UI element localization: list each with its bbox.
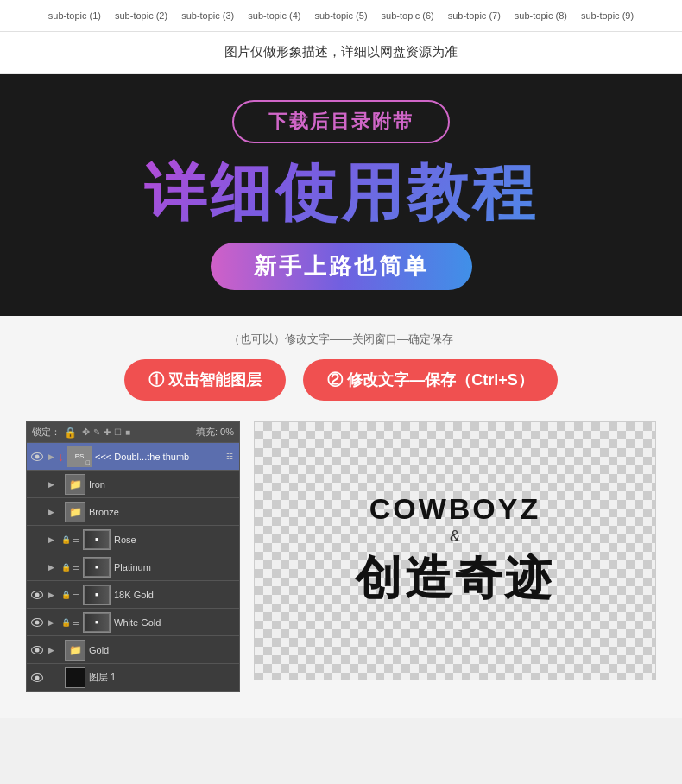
chain-rose: ⚌ (73, 535, 79, 544)
badge-top-label: 下载后目录附带 (232, 100, 450, 143)
caption-bar: 图片仅做形象描述，详细以网盘资源为准 (0, 32, 682, 74)
layer-name-iron: Iron (89, 479, 236, 490)
thumb-platinum: ■ (83, 557, 111, 578)
layer-name-18k: 18K Gold (114, 590, 236, 600)
nav-item-5[interactable]: sub-topic (5) (309, 9, 372, 22)
layer-row-bronze[interactable]: ▶ 📁 Bronze (27, 498, 239, 526)
fill-label: 填充: 0% (196, 426, 234, 439)
chain-18k: ⚌ (73, 591, 79, 599)
main-title: 详细使用教程 (17, 159, 665, 227)
preview-title-cn: 创造奇迹 (355, 547, 555, 610)
nav-item-3[interactable]: sub-topic (3) (176, 9, 239, 22)
layer-name-whitegold: White Gold (114, 617, 236, 628)
thumb-gold: 📁 (65, 640, 85, 661)
thumb-0: □ PS (67, 446, 92, 467)
expand-0[interactable]: ▶ (44, 450, 58, 464)
preview-panel: COWBOYZ & 创造奇迹 (254, 421, 656, 680)
eye-icon-bronze[interactable] (30, 505, 44, 519)
chain-platinum: ⚌ (73, 563, 79, 572)
badge-bottom: 新手上路也简单 (17, 243, 665, 290)
instructions-section: （也可以）修改文字——关闭窗口—确定保存 ① 双击智能图层 ② 修改文字—保存（… (0, 316, 682, 413)
layer-name-gold: Gold (89, 645, 236, 655)
expand-gold[interactable]: ▶ (44, 643, 58, 657)
eye-icon-iron[interactable] (30, 477, 44, 491)
nav-item-9[interactable]: sub-topic (9) (576, 9, 639, 22)
badge-bottom-label: 新手上路也简单 (211, 243, 472, 290)
layer-row-rose[interactable]: ▶ 🔒 ⚌ ■ Rose (27, 526, 239, 553)
lock-whitegold: 🔒 (61, 618, 71, 627)
preview-amp: & (355, 528, 555, 546)
lock-label: 锁定： (32, 426, 60, 439)
layers-toolbar: 锁定： 🔒 ✥ ✎ ✚ ☐ ■ 填充: 0% (27, 422, 239, 443)
layer-name-bronze: Bronze (89, 507, 236, 517)
layer-name-layer1: 图层 1 (89, 671, 236, 684)
eye-icon-18k[interactable] (30, 588, 44, 602)
lock-18k: 🔒 (61, 591, 71, 599)
eye-icon-whitegold[interactable] (30, 616, 44, 629)
move-icon: ✥ (82, 427, 90, 438)
layer-name-platinum: Platinum (114, 562, 236, 572)
eye-icon-rose[interactable] (30, 533, 44, 547)
brush-icon: ✎ (93, 427, 100, 437)
expand-rose[interactable]: ▶ (44, 533, 58, 547)
expand-18k[interactable]: ▶ (44, 588, 58, 602)
top-bar: sub-topic (1) sub-topic (2) sub-topic (3… (0, 0, 682, 32)
layer-row-platinum[interactable]: ▶ 🔒 ⚌ ■ Platinum (27, 553, 239, 581)
caption-text: 图片仅做形象描述，详细以网盘资源为准 (224, 44, 458, 59)
slice-icon: ☐ (114, 427, 122, 437)
eye-icon-platinum[interactable] (30, 560, 44, 574)
lock-icon: 🔒 (64, 427, 77, 439)
chain-whitegold: ⚌ (73, 618, 79, 627)
nav-item-7[interactable]: sub-topic (7) (443, 9, 506, 22)
nav-item-6[interactable]: sub-topic (6) (376, 9, 439, 22)
expand-whitegold[interactable]: ▶ (44, 616, 58, 629)
lock-rose: 🔒 (61, 535, 71, 544)
artboard-icon: ■ (125, 427, 130, 437)
thumb-iron: 📁 (65, 474, 85, 495)
layer-name-rose: Rose (114, 534, 236, 545)
expand-bronze[interactable]: ▶ (44, 505, 58, 519)
thumb-rose: ■ (83, 529, 111, 550)
preview-content: COWBOYZ & 创造奇迹 (338, 475, 572, 628)
badge-top: 下载后目录附带 (17, 100, 665, 159)
eye-icon-gold[interactable] (30, 643, 44, 657)
layer-name-0: <<< Doubl...the thumb (95, 452, 220, 462)
layer-row-gold[interactable]: ▶ 📁 Gold (27, 636, 239, 664)
layers-panel: 锁定： 🔒 ✥ ✎ ✚ ☐ ■ 填充: 0% ▶ ↓ □ PS (26, 421, 240, 692)
action-buttons: ① 双击智能图层 ② 修改文字—保存（Ctrl+S） (52, 359, 630, 401)
layer-row-18k[interactable]: ▶ 🔒 ⚌ ■ 18K Gold (27, 581, 239, 609)
thumb-whitegold: ■ (83, 612, 111, 633)
layer-row-iron[interactable]: ▶ 📁 Iron (27, 471, 239, 498)
preview-title-en: COWBOYZ (355, 492, 555, 526)
expand-platinum[interactable]: ▶ (44, 560, 58, 574)
lock-platinum: 🔒 (61, 563, 71, 572)
hero-section: 下载后目录附带 详细使用教程 新手上路也简单 (0, 74, 682, 316)
expand-iron[interactable]: ▶ (44, 477, 58, 491)
eye-icon-layer1[interactable] (30, 671, 44, 685)
sub-caption: （也可以）修改文字——关闭窗口—确定保存 (52, 332, 630, 347)
top-nav: sub-topic (1) sub-topic (2) sub-topic (3… (0, 9, 682, 22)
ps-area: 锁定： 🔒 ✥ ✎ ✚ ☐ ■ 填充: 0% ▶ ↓ □ PS (0, 413, 682, 718)
layer-row-layer1[interactable]: 图层 1 (27, 664, 239, 692)
thumb-bronze: 📁 (65, 502, 85, 522)
btn-save[interactable]: ② 修改文字—保存（Ctrl+S） (303, 359, 558, 401)
chain-0: ☷ (224, 451, 236, 463)
eye-icon-0[interactable] (30, 450, 44, 464)
nav-item-8[interactable]: sub-topic (8) (509, 9, 572, 22)
layer-row-whitegold[interactable]: ▶ 🔒 ⚌ ■ White Gold (27, 609, 239, 636)
btn-double-click[interactable]: ① 双击智能图层 (124, 359, 286, 401)
nav-item-1[interactable]: sub-topic (1) (43, 9, 106, 22)
thumb-18k: ■ (83, 585, 111, 605)
arrow-indicator: ↓ (58, 450, 64, 464)
thumb-layer1 (65, 667, 85, 688)
nav-item-2[interactable]: sub-topic (2) (110, 9, 173, 22)
layer-row-0[interactable]: ▶ ↓ □ PS <<< Doubl...the thumb ☷ (27, 443, 239, 471)
nav-item-4[interactable]: sub-topic (4) (243, 9, 306, 22)
position-icon: ✚ (104, 427, 111, 437)
